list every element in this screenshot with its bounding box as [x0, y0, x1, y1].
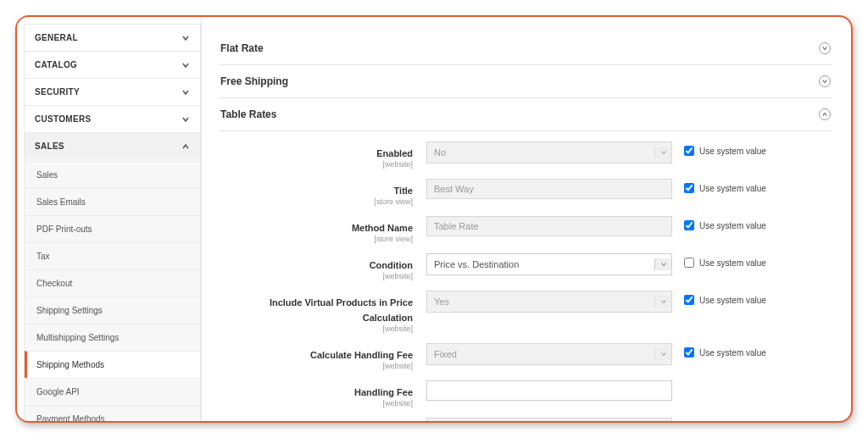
label-method-name: Method Name [store view] [219, 216, 426, 243]
select-calc-handling[interactable]: Fixed [426, 343, 672, 365]
sidebar-group-customers: CUSTOMERS [24, 105, 201, 133]
chevron-down-icon [181, 88, 190, 97]
section-title: Table Rates [220, 108, 276, 120]
section-free-shipping[interactable]: Free Shipping [219, 65, 832, 98]
input-title[interactable] [426, 179, 672, 199]
sidebar-item-label: Sales Emails [36, 197, 86, 207]
checkbox-label: Use system value [699, 184, 766, 193]
use-system-enabled[interactable]: Use system value [672, 141, 766, 156]
sidebar-group-sales: SALES Sales Sales Emails PDF Print-outs … [24, 132, 201, 421]
field-label: Title [394, 186, 413, 196]
collapse-icon[interactable] [819, 108, 831, 120]
checkbox-label: Use system value [699, 147, 766, 156]
label-handling-fee: Handling Fee [website] [219, 380, 426, 408]
sidebar-item-payment-methods[interactable]: Payment Methods [25, 405, 200, 421]
checkbox[interactable] [684, 146, 694, 156]
field-scope: [store view] [219, 235, 413, 243]
sidebar-label: CUSTOMERS [35, 114, 91, 124]
field-scope: [website] [219, 272, 413, 280]
field-scope: [website] [219, 160, 413, 169]
sidebar-item-label: Payment Methods [36, 414, 105, 421]
sidebar-item-tax[interactable]: Tax [25, 242, 200, 269]
checkbox-label: Use system value [699, 296, 766, 305]
sidebar-tab-catalog[interactable]: CATALOG [25, 52, 200, 78]
sidebar-label: SECURITY [35, 87, 80, 97]
checkbox[interactable] [684, 220, 694, 230]
use-system-condition[interactable]: Use system value [672, 253, 766, 268]
sidebar-group-security: SECURITY [24, 78, 201, 106]
label-enabled: Enabled [website] [219, 141, 426, 169]
section-flat-rate[interactable]: Flat Rate [219, 32, 832, 65]
main-panel: Flat Rate Free Shipping Table Rates Enab… [202, 17, 851, 421]
sidebar-item-label: PDF Print-outs [36, 225, 92, 234]
field-scope: [website] [219, 324, 413, 333]
table-rates-form: Enabled [website] No Use system value [219, 131, 832, 421]
use-system-method-name[interactable]: Use system value [672, 216, 766, 230]
label-error-message: Displayed Error Message [store view] [219, 418, 426, 421]
section-title: Free Shipping [220, 75, 288, 87]
label-condition: Condition [website] [219, 253, 426, 280]
field-scope: [store view] [219, 197, 413, 206]
sidebar-group-catalog: CATALOG [24, 51, 201, 79]
input-method-name[interactable] [426, 216, 672, 236]
dropdown-arrow-icon [654, 258, 671, 270]
field-condition: Price vs. Destination [426, 253, 672, 275]
use-system-include-virtual[interactable]: Use system value [672, 291, 766, 305]
section-table-rates[interactable]: Table Rates [219, 98, 832, 131]
checkbox[interactable] [684, 295, 694, 305]
select-include-virtual[interactable]: Yes [426, 291, 672, 313]
sidebar-item-label: Sales [36, 170, 58, 180]
expand-icon[interactable] [819, 75, 831, 87]
section-title: Flat Rate [220, 42, 264, 54]
sidebar-label: SALES [35, 141, 64, 151]
sidebar-tab-general[interactable]: GENERAL [25, 25, 200, 51]
textarea-error-message[interactable]: This shipping method is not available. T… [426, 418, 672, 421]
sidebar-item-pdf-printouts[interactable]: PDF Print-outs [25, 215, 200, 242]
row-title: Title [store view] Use system value [219, 179, 832, 206]
select-enabled[interactable]: No [426, 141, 672, 164]
field-scope: [website] [219, 362, 413, 370]
row-include-virtual: Include Virtual Products in Price Calcul… [219, 291, 832, 333]
sidebar-item-sales[interactable]: Sales [25, 161, 200, 188]
expand-icon[interactable] [819, 42, 831, 54]
sidebar-tab-security[interactable]: SECURITY [25, 79, 200, 105]
sidebar-tab-customers[interactable]: CUSTOMERS [25, 106, 200, 132]
sidebar-item-multishipping-settings[interactable]: Multishipping Settings [25, 324, 200, 351]
field-handling-fee [426, 380, 672, 401]
sidebar-item-label: Tax [36, 252, 50, 261]
sidebar-item-label: Shipping Settings [36, 306, 103, 315]
row-condition: Condition [website] Price vs. Destinatio… [219, 253, 832, 280]
field-label: Include Virtual Products in Price Calcul… [270, 297, 413, 323]
field-include-virtual: Yes [426, 291, 672, 313]
sidebar-item-google-api[interactable]: Google API [25, 378, 200, 405]
input-handling-fee[interactable] [426, 380, 672, 401]
sidebar-submenu-sales: Sales Sales Emails PDF Print-outs Tax Ch… [25, 159, 200, 421]
chevron-down-icon [181, 34, 190, 42]
select-value: Price vs. Destination [434, 259, 519, 269]
use-system-title[interactable]: Use system value [672, 179, 766, 193]
select-value: Yes [434, 297, 449, 307]
sidebar-item-label: Multishipping Settings [36, 333, 119, 342]
use-system-calc-handling[interactable]: Use system value [672, 343, 766, 358]
row-enabled: Enabled [website] No Use system value [219, 141, 832, 169]
checkbox[interactable] [684, 183, 694, 193]
sidebar-item-shipping-methods[interactable]: Shipping Methods [25, 351, 200, 378]
select-value: No [434, 147, 446, 158]
sidebar: GENERAL CATALOG SECURITY CUSTOMERS S [17, 17, 202, 421]
field-label: Condition [370, 260, 413, 270]
chevron-up-icon [181, 142, 190, 151]
checkbox[interactable] [684, 347, 694, 358]
row-handling-fee: Handling Fee [website] [219, 380, 832, 408]
field-scope: [website] [219, 399, 413, 408]
dropdown-arrow-icon [654, 296, 671, 308]
field-error-message: This shipping method is not available. T… [426, 418, 672, 421]
use-system-error-message[interactable]: Use system value [672, 418, 766, 421]
sidebar-item-checkout[interactable]: Checkout [25, 269, 200, 297]
row-error-message: Displayed Error Message [store view] Thi… [219, 418, 832, 421]
checkbox[interactable] [684, 258, 694, 268]
select-condition[interactable]: Price vs. Destination [426, 253, 672, 275]
field-label: Calculate Handling Fee [310, 350, 413, 360]
sidebar-item-shipping-settings[interactable]: Shipping Settings [25, 297, 200, 324]
sidebar-tab-sales[interactable]: SALES [25, 133, 200, 159]
sidebar-item-sales-emails[interactable]: Sales Emails [25, 188, 200, 215]
